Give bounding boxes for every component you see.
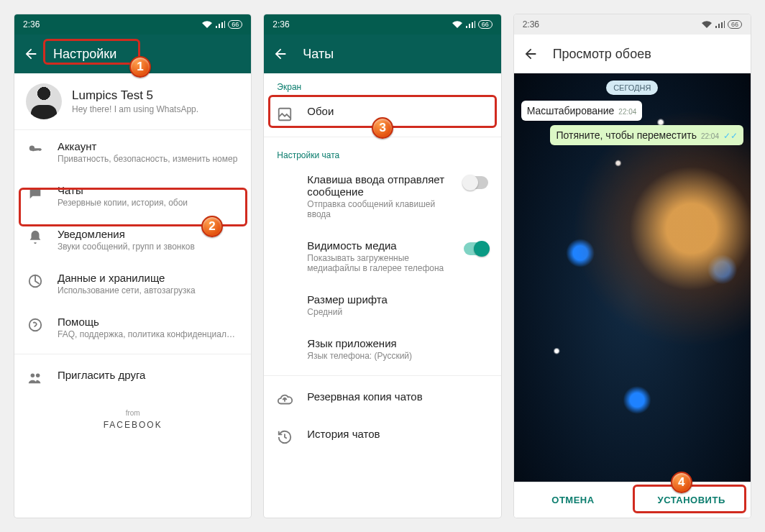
chats-wallpaper[interactable]: Обои [264, 95, 500, 132]
status-bar: 2:36 66 [14, 14, 251, 35]
wallpaper-icon [277, 106, 293, 122]
wifi-icon [702, 21, 712, 28]
row-title: Чаты [58, 184, 238, 196]
signal-icon [465, 21, 475, 28]
row-sub: Язык телефона: (Русский) [307, 351, 487, 361]
profile-name: Lumpics Test 5 [72, 88, 198, 103]
chat-icon [27, 185, 43, 201]
action-bar: ОТМЕНА УСТАНОВИТЬ [514, 482, 751, 518]
row-title: Уведомления [58, 228, 238, 240]
data-icon [27, 273, 43, 289]
row-title: Данные и хранилище [58, 272, 238, 284]
chats-backup[interactable]: Резервная копия чатов [264, 380, 500, 418]
row-title: Клавиша ввода отправляет сообщение [307, 173, 449, 198]
message-text: Масштабирование [527, 105, 615, 116]
svg-point-2 [31, 374, 35, 378]
read-ticks-icon: ✓✓ [723, 131, 738, 141]
chats-enter-send[interactable]: Клавиша ввода отправляет сообщение Отпра… [264, 163, 500, 229]
row-sub: Средний [307, 307, 487, 317]
signal-icon [215, 21, 225, 28]
section-chat: Настройки чата [264, 142, 500, 163]
avatar [26, 83, 62, 119]
row-title: Язык приложения [307, 337, 487, 349]
message-text: Потяните, чтобы переместить [556, 129, 697, 141]
row-title: История чатов [307, 428, 487, 440]
battery-indicator: 66 [478, 20, 493, 29]
status-icons: 66 [702, 20, 742, 29]
svg-point-3 [36, 374, 40, 378]
date-chip: СЕГОДНЯ [606, 81, 658, 95]
chats-history[interactable]: История чатов [264, 418, 500, 455]
status-time: 2:36 [23, 19, 40, 29]
wallpaper-preview[interactable]: СЕГОДНЯ Масштабирование 22:04 Потяните, … [514, 73, 751, 482]
message-time: 22:04 [701, 132, 719, 140]
message-outgoing: Потяните, чтобы переместить 22:04 ✓✓ [550, 125, 743, 145]
settings-account[interactable]: Аккаунт Приватность, безопасность, измен… [14, 130, 251, 174]
row-sub: Резервные копии, история, обои [58, 198, 238, 208]
phone-settings: 2:36 66 Настройки Lumpics Test 5 Hey the… [14, 14, 251, 518]
settings-data[interactable]: Данные и хранилище Использование сети, а… [14, 262, 251, 306]
history-icon [277, 429, 293, 445]
app-bar: Чаты [264, 35, 500, 73]
key-icon [27, 142, 43, 157]
battery-indicator: 66 [228, 20, 242, 29]
cancel-button[interactable]: ОТМЕНА [514, 482, 633, 518]
profile-status: Hey there! I am using WhatsApp. [72, 104, 198, 114]
row-title: Обои [307, 105, 487, 117]
row-sub: Показывать загруженные медиафайлы в гале… [307, 253, 449, 273]
divider [264, 375, 500, 376]
spacer-icon [277, 295, 293, 311]
row-title: Резервная копия чатов [307, 390, 487, 403]
settings-chats[interactable]: Чаты Резервные копии, история, обои [14, 174, 251, 218]
status-bar: 2:36 66 [514, 14, 751, 35]
from-label: from [14, 409, 251, 417]
app-bar: Просмотр обоев [514, 35, 751, 73]
back-icon[interactable] [272, 46, 288, 62]
brand-label: FACEBOOK [14, 420, 251, 430]
status-icons: 66 [202, 20, 242, 29]
settings-help[interactable]: Помощь FAQ, поддержка, политика конфиден… [14, 306, 251, 349]
phone-wallpaper-preview: 2:36 66 Просмотр обоев СЕГОДНЯ Масштабир… [514, 14, 751, 518]
back-icon[interactable] [23, 46, 39, 62]
spacer-icon [277, 175, 293, 191]
chats-font-size[interactable]: Размер шрифта Средний [264, 283, 500, 327]
profile-row[interactable]: Lumpics Test 5 Hey there! I am using Wha… [14, 73, 251, 130]
back-icon[interactable] [523, 46, 539, 62]
row-title: Видимость медиа [307, 239, 449, 252]
status-icons: 66 [452, 20, 493, 29]
divider [264, 137, 500, 137]
signal-icon [715, 21, 725, 28]
chats-media-visibility[interactable]: Видимость медиа Показывать загруженные м… [264, 229, 500, 283]
row-title: Аккаунт [58, 140, 238, 152]
app-bar: Настройки [14, 35, 251, 73]
spacer-icon [277, 339, 293, 354]
phone-chats-settings: 2:36 66 Чаты Экран Обои Настройки чата К… [264, 14, 500, 518]
message-time: 22:04 [618, 108, 636, 116]
toggle-media-visibility[interactable] [464, 242, 488, 255]
toggle-enter-send[interactable] [464, 176, 488, 189]
row-sub: Использование сети, автозагрузка [58, 285, 238, 295]
wifi-icon [452, 21, 462, 28]
section-display: Экран [264, 73, 500, 95]
help-icon [27, 317, 43, 333]
battery-indicator: 66 [728, 20, 742, 29]
status-time: 2:36 [272, 19, 289, 29]
settings-invite[interactable]: Пригласить друга [14, 359, 251, 396]
brand-footer: from FACEBOOK [14, 396, 251, 443]
invite-icon [27, 370, 43, 386]
row-title: Размер шрифта [307, 293, 487, 306]
page-title: Просмотр обоев [553, 47, 651, 62]
status-time: 2:36 [523, 19, 539, 29]
row-title: Пригласить друга [58, 369, 238, 381]
message-incoming: Масштабирование 22:04 [521, 101, 643, 121]
chats-language[interactable]: Язык приложения Язык телефона: (Русский) [264, 327, 500, 371]
row-sub: Приватность, безопасность, изменить номе… [58, 154, 238, 164]
page-title: Настройки [53, 47, 116, 62]
settings-notifications[interactable]: Уведомления Звуки сообщений, групп и зво… [14, 218, 251, 262]
set-button[interactable]: УСТАНОВИТЬ [632, 482, 751, 518]
wifi-icon [202, 21, 212, 28]
row-sub: Звуки сообщений, групп и звонков [58, 242, 238, 252]
cloud-upload-icon [277, 392, 293, 408]
divider [14, 354, 251, 354]
row-sub: Отправка сообщений клавишей ввода [307, 199, 449, 219]
